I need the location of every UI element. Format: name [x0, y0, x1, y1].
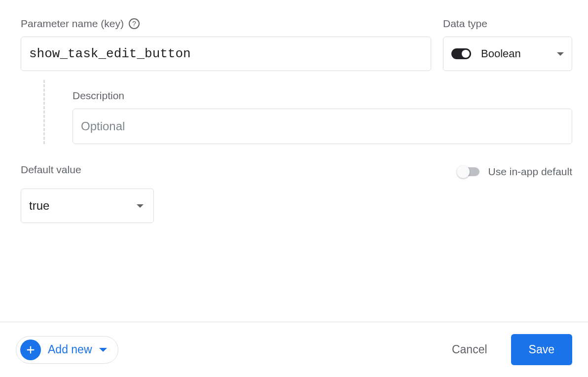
chevron-down-icon [137, 204, 144, 208]
use-in-app-default-label: Use in-app default [488, 166, 572, 178]
tree-connector [43, 80, 45, 144]
add-new-button[interactable]: Add new [16, 336, 118, 364]
add-new-label: Add new [48, 343, 92, 356]
default-value-selected: true [29, 199, 49, 213]
default-value-select[interactable]: true [21, 188, 154, 223]
default-value-group: Default value true [21, 164, 154, 223]
boolean-icon [451, 48, 471, 59]
help-icon[interactable]: ? [129, 18, 140, 29]
parameter-name-input[interactable] [21, 37, 431, 71]
description-group: Description [73, 80, 572, 144]
plus-icon [20, 339, 41, 360]
data-type-label: Data type [443, 18, 572, 30]
parameter-name-label: Parameter name (key) ? [21, 18, 431, 30]
chevron-down-icon [557, 52, 564, 56]
parameter-name-label-text: Parameter name (key) [21, 18, 124, 30]
chevron-down-icon [99, 348, 107, 352]
description-input[interactable] [73, 109, 572, 144]
default-value-label: Default value [21, 164, 154, 176]
data-type-select[interactable]: Boolean [443, 37, 572, 71]
cancel-button[interactable]: Cancel [446, 339, 493, 360]
parameter-name-group: Parameter name (key) ? [21, 18, 431, 71]
data-type-selected: Boolean [481, 47, 521, 60]
data-type-group: Data type Boolean [443, 18, 572, 71]
footer: Add new Cancel Save [0, 322, 588, 377]
save-button[interactable]: Save [511, 334, 572, 365]
data-type-label-text: Data type [443, 18, 487, 30]
use-in-app-default-row: Use in-app default [458, 166, 572, 178]
description-label: Description [73, 90, 572, 102]
use-in-app-default-toggle[interactable] [458, 167, 479, 176]
